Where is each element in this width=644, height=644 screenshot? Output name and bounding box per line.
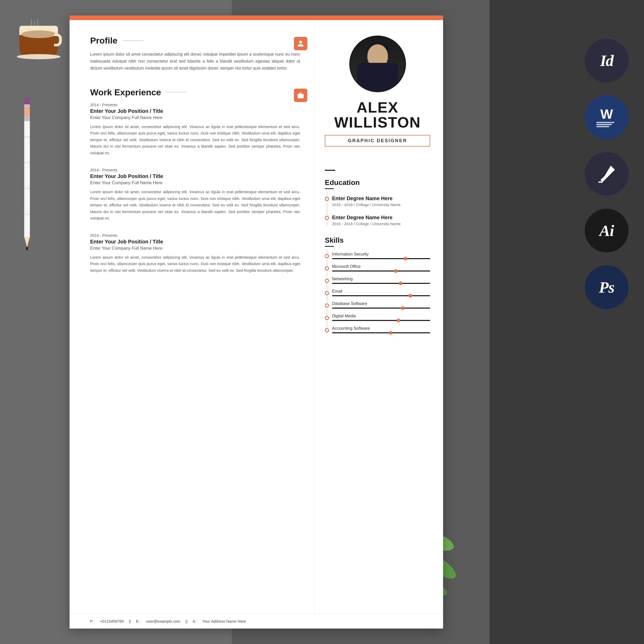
briefcase-icon xyxy=(297,92,304,99)
skill-item-2: Microsoft Office xyxy=(332,264,430,272)
pencil-decoration xyxy=(23,98,31,252)
contact-bar: P : +0123456789 || E : user@example.com … xyxy=(70,614,443,629)
skill-item-4: Email xyxy=(332,289,430,296)
job-3-title: Enter Your Job Position / Title xyxy=(90,239,300,245)
job-1-desc: Lorem ipsum dolor sit amet, consectetur … xyxy=(90,123,300,156)
skill-1-bar xyxy=(332,258,430,259)
job-2-date: 2014 - Presents xyxy=(90,168,300,172)
right-sidebar: ALEX WILLISTON GRAPHIC DESIGNER Educatio… xyxy=(314,20,443,614)
job-2-desc: Lorem ipsum dolor sit amet, consectetur … xyxy=(90,189,300,222)
skill-dot-1 xyxy=(325,254,329,258)
work-icon-tab xyxy=(294,89,307,102)
skill-1-name: Information Security xyxy=(332,252,430,257)
illustrator-icon: Ai xyxy=(585,209,629,252)
edu-1-detail: 2016 - 2018 / College / University Name xyxy=(332,202,430,207)
contact-sep-2: || xyxy=(185,619,188,623)
work-section-title: Work Experience xyxy=(90,87,300,97)
job-title-badge: GRAPHIC DESIGNER xyxy=(325,135,430,147)
job-1-date: 2014 - Presents xyxy=(90,103,300,107)
edu-2-detail: 2016 - 2018 / College / University Name xyxy=(332,222,430,226)
resume-page: Profile Lorem ipsum dolor sit amet conse… xyxy=(70,15,443,629)
skill-3-bar xyxy=(332,283,430,284)
photoshop-icon: Ps xyxy=(585,265,629,309)
skill-5-name: Database Software xyxy=(332,301,430,306)
person-icon xyxy=(297,40,304,47)
edu-dot-1 xyxy=(325,197,329,201)
last-name: WILLISTON xyxy=(325,115,430,130)
skill-4-dot xyxy=(409,294,412,298)
profile-text: Lorem ipsum dolor sit amet consectetur a… xyxy=(90,51,300,72)
edu-2-degree: Enter Degree Name Here xyxy=(332,215,430,221)
photo-container xyxy=(325,36,430,92)
first-name: ALEX xyxy=(325,100,430,115)
skill-4-name: Email xyxy=(332,289,430,294)
skill-dot-2 xyxy=(325,266,329,270)
work-title-line xyxy=(166,92,187,92)
job-entry-2: 2014 - Presents Enter Your Job Position … xyxy=(90,168,300,222)
skill-6-bar xyxy=(332,320,430,321)
contact-phone-label: P : xyxy=(90,619,95,623)
edu-entry-2: Enter Degree Name Here 2016 - 2018 / Col… xyxy=(325,215,430,226)
skill-3-name: Networking xyxy=(332,277,430,281)
education-section-title: Education xyxy=(325,179,430,187)
job-1-title: Enter Your Job Position / Title xyxy=(90,108,300,114)
skill-dot-6 xyxy=(325,316,329,320)
skill-dot-3 xyxy=(325,279,329,283)
job-3-date: 2014 - Presents xyxy=(90,233,300,238)
profile-section-title: Profile xyxy=(90,36,300,46)
education-section-wrapper: Education Enter Degree Name Here 2016 - … xyxy=(325,179,430,226)
work-experience-section: Work Experience 2014 - Presents Enter Yo… xyxy=(90,87,300,274)
vector-pen-icon xyxy=(585,152,629,196)
skill-item-7: Accounting Software xyxy=(332,326,430,333)
skill-3-dot xyxy=(399,282,402,285)
coffee-cup-decoration xyxy=(15,15,62,62)
skill-7-bar xyxy=(332,332,430,333)
job-2-title: Enter Your Job Position / Title xyxy=(90,173,300,179)
skill-dot-5 xyxy=(325,303,329,308)
job-3-company: Enter Your Company Full Name Here xyxy=(90,246,300,251)
skill-dot-7 xyxy=(325,328,329,332)
skill-item-5: Database Software xyxy=(332,301,430,309)
profile-title-text: Profile xyxy=(90,36,117,46)
skills-section-title: Skills xyxy=(325,236,430,244)
word-icon: W xyxy=(585,95,629,139)
skill-5-dot xyxy=(401,306,404,310)
skill-dot-4 xyxy=(325,291,329,295)
education-title-text: Education xyxy=(325,179,360,187)
contact-address-label: A : xyxy=(193,619,197,623)
contact-email: user@example.com xyxy=(146,619,180,623)
contact-address: Your Address Name Here xyxy=(202,619,246,623)
left-column: Profile Lorem ipsum dolor sit amet conse… xyxy=(70,20,314,614)
profile-photo xyxy=(349,36,406,92)
skill-7-dot xyxy=(389,331,393,335)
skill-2-dot xyxy=(394,269,397,273)
name-block: ALEX WILLISTON xyxy=(325,100,430,130)
skills-title-text: Skills xyxy=(325,236,344,244)
skill-4-bar xyxy=(332,295,430,296)
top-accent-bar xyxy=(70,15,443,20)
skill-1-dot xyxy=(404,257,407,260)
profile-icon-tab xyxy=(294,37,307,50)
edu-1-degree: Enter Degree Name Here xyxy=(332,196,430,201)
skill-7-name: Accounting Software xyxy=(332,326,430,331)
skill-5-bar xyxy=(332,308,430,309)
job-3-desc: Lorem ipsum dolor sit amet, consectetur … xyxy=(90,254,300,274)
person-silhouette xyxy=(350,37,405,91)
edu-dot-2 xyxy=(325,216,329,220)
skills-section: Skills Information Security xyxy=(325,236,430,333)
skill-2-name: Microsoft Office xyxy=(332,264,430,269)
skill-6-name: Digital Media xyxy=(332,314,430,318)
skills-list: Information Security Microsoft Office xyxy=(325,252,430,333)
edu-entry-1: Enter Degree Name Here 2016 - 2018 / Col… xyxy=(325,196,430,207)
skill-item-6: Digital Media xyxy=(332,314,430,321)
profile-section: Profile Lorem ipsum dolor sit amet conse… xyxy=(90,36,300,72)
job-2-company: Enter Your Company Full Name Here xyxy=(90,180,300,185)
software-icons-panel: Id W Ai Ps xyxy=(585,39,629,309)
contact-phone: +0123456789 xyxy=(100,619,124,623)
skill-item-1: Information Security xyxy=(332,252,430,259)
skill-6-dot xyxy=(397,319,400,322)
skill-2-bar xyxy=(332,270,430,272)
job-1-company: Enter Your Company Full Name Here xyxy=(90,115,300,120)
work-title-text: Work Experience xyxy=(90,87,161,97)
contact-sep-1: || xyxy=(129,619,131,623)
